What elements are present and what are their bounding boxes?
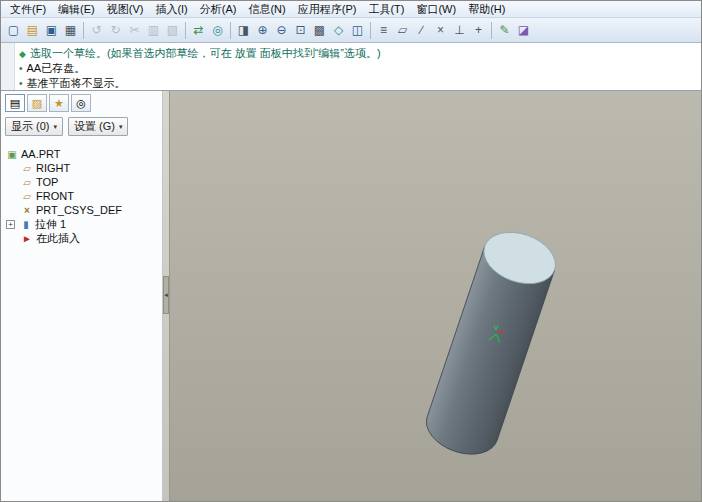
- csys-toggle-icon[interactable]: ⊥: [450, 21, 469, 40]
- cylinder-model[interactable]: [420, 223, 563, 463]
- prompt-text: 选取一个草绘。(如果首选内部草绘，可在 放置 面板中找到“编辑”选项。): [30, 46, 381, 60]
- menubar: 文件(F) 编辑(E) 视图(V) 插入(I) 分析(A) 信息(N) 应用程序…: [1, 1, 701, 18]
- menu-tools[interactable]: 工具(T): [362, 1, 410, 18]
- paste-icon[interactable]: ▧: [163, 21, 182, 40]
- regenerate-icon[interactable]: ⇄: [189, 21, 208, 40]
- undo-icon[interactable]: ↺: [87, 21, 106, 40]
- info-message: • AA已存盘。: [19, 61, 381, 76]
- show-button[interactable]: 显示 (0) ▾: [5, 117, 63, 136]
- tree-item-label: AA.PRT: [21, 148, 61, 160]
- copy-icon[interactable]: ▥: [144, 21, 163, 40]
- message-gutter: [1, 43, 15, 90]
- menu-info[interactable]: 信息(N): [242, 1, 291, 18]
- tree-item-label: 在此插入: [36, 231, 80, 246]
- prompt-icon: ◆: [19, 47, 26, 61]
- new-file-icon[interactable]: ▢: [4, 21, 23, 40]
- spin-center-toggle-icon[interactable]: +: [469, 21, 488, 40]
- extrude-icon: ▮: [20, 219, 32, 230]
- history-tab[interactable]: ◎: [71, 94, 91, 112]
- datum-plane-icon: ▱: [21, 191, 33, 202]
- tree-item-label: PRT_CSYS_DEF: [36, 204, 122, 216]
- menu-view[interactable]: 视图(V): [101, 1, 150, 18]
- menu-insert[interactable]: 插入(I): [149, 1, 193, 18]
- insert-here-icon: ►: [21, 233, 33, 244]
- info-text: 基准平面将不显示。: [27, 76, 126, 90]
- csys-icon: ×: [21, 205, 33, 216]
- prompt-message: ◆ 选取一个草绘。(如果首选内部草绘，可在 放置 面板中找到“编辑”选项。): [19, 46, 381, 61]
- repaint-icon[interactable]: ▩: [310, 21, 329, 40]
- proe-window: 文件(F) 编辑(E) 视图(V) 插入(I) 分析(A) 信息(N) 应用程序…: [0, 0, 702, 502]
- navigator-panel: ▤ ▨ ★ ◎ 显示 (0) ▾ 设置 (G) ▾ ▣ AA.PRT: [1, 91, 163, 502]
- info-message: • 基准平面将不显示。: [19, 76, 381, 90]
- expander-icon[interactable]: +: [6, 220, 15, 229]
- bullet-icon: •: [19, 62, 23, 76]
- zoom-in-icon[interactable]: ⊕: [253, 21, 272, 40]
- model-tree-tab[interactable]: ▤: [5, 94, 25, 112]
- csys-label: V: [494, 324, 499, 331]
- datum-axis-toggle-icon[interactable]: ∕: [412, 21, 431, 40]
- favorites-tab[interactable]: ★: [49, 94, 69, 112]
- message-lines: ◆ 选取一个草绘。(如果首选内部草绘，可在 放置 面板中找到“编辑”选项。) •…: [15, 43, 385, 90]
- part-icon: ▣: [6, 149, 18, 160]
- datum-plane-tool-icon[interactable]: ◪: [514, 21, 533, 40]
- tree-item-aa-prt[interactable]: ▣ AA.PRT: [6, 147, 160, 161]
- datum-plane-toggle-icon[interactable]: ▱: [393, 21, 412, 40]
- tree-item-label: TOP: [36, 176, 58, 188]
- menu-applications[interactable]: 应用程序(P): [292, 1, 363, 18]
- find-icon[interactable]: ◎: [208, 21, 227, 40]
- model-display-icon[interactable]: ◨: [234, 21, 253, 40]
- settings-button-label: 设置 (G): [74, 119, 115, 134]
- show-button-label: 显示 (0): [11, 119, 50, 134]
- save-icon[interactable]: ▣: [42, 21, 61, 40]
- collapse-panel-icon[interactable]: ◂: [163, 276, 169, 314]
- layers-icon[interactable]: ≡: [374, 21, 393, 40]
- menu-help[interactable]: 帮助(H): [462, 1, 511, 18]
- print-icon[interactable]: ▦: [61, 21, 80, 40]
- navigator-buttons: 显示 (0) ▾ 设置 (G) ▾: [1, 114, 162, 140]
- open-icon[interactable]: ▤: [23, 21, 42, 40]
- datum-point-toggle-icon[interactable]: ×: [431, 21, 450, 40]
- view-manager-icon[interactable]: ◫: [348, 21, 367, 40]
- menu-window[interactable]: 窗口(W): [410, 1, 462, 18]
- chevron-down-icon: ▾: [54, 123, 58, 131]
- tree-item-label: RIGHT: [36, 162, 70, 174]
- chevron-down-icon: ▾: [119, 123, 123, 131]
- tree-item-label: FRONT: [36, 190, 74, 202]
- datum-plane-icon: ▱: [21, 177, 33, 188]
- toolbar-separator: [230, 22, 231, 39]
- menu-analysis[interactable]: 分析(A): [194, 1, 243, 18]
- tree-item-prt-csys-def[interactable]: × PRT_CSYS_DEF: [6, 203, 160, 217]
- redo-icon[interactable]: ↻: [106, 21, 125, 40]
- viewport[interactable]: V: [170, 91, 701, 502]
- main-area: ▤ ▨ ★ ◎ 显示 (0) ▾ 设置 (G) ▾ ▣ AA.PRT: [1, 91, 701, 502]
- reorient-icon[interactable]: ◇: [329, 21, 348, 40]
- sketch-tool-icon[interactable]: ✎: [495, 21, 514, 40]
- tree-item-front[interactable]: ▱ FRONT: [6, 189, 160, 203]
- tree-item-label: 拉伸 1: [35, 217, 66, 232]
- panel-sash[interactable]: ◂: [163, 91, 170, 502]
- toolbar: ▢ ▤ ▣ ▦ ↺ ↻ ✂ ▥ ▧ ⇄ ◎ ◨ ⊕ ⊖ ⊡ ▩ ◇ ◫ ≡ ▱ …: [1, 18, 701, 43]
- toolbar-separator: [491, 22, 492, 39]
- model-tree: ▣ AA.PRT ▱ RIGHT ▱ TOP ▱ FRONT: [1, 140, 162, 502]
- refit-icon[interactable]: ⊡: [291, 21, 310, 40]
- viewport-canvas[interactable]: V: [170, 91, 701, 502]
- menu-edit[interactable]: 编辑(E): [52, 1, 101, 18]
- tree-item-right[interactable]: ▱ RIGHT: [6, 161, 160, 175]
- navigator-tabs: ▤ ▨ ★ ◎: [1, 91, 162, 114]
- folder-browser-tab[interactable]: ▨: [27, 94, 47, 112]
- datum-plane-icon: ▱: [21, 163, 33, 174]
- tree-item-insert-here[interactable]: ► 在此插入: [6, 231, 160, 245]
- bullet-icon: •: [19, 77, 23, 90]
- tree-item-extrude-1[interactable]: + ▮ 拉伸 1: [6, 217, 160, 231]
- cut-icon[interactable]: ✂: [125, 21, 144, 40]
- tree-item-top[interactable]: ▱ TOP: [6, 175, 160, 189]
- settings-button[interactable]: 设置 (G) ▾: [68, 117, 128, 136]
- menu-file[interactable]: 文件(F): [4, 1, 52, 18]
- zoom-out-icon[interactable]: ⊖: [272, 21, 291, 40]
- toolbar-separator: [370, 22, 371, 39]
- message-area: ◆ 选取一个草绘。(如果首选内部草绘，可在 放置 面板中找到“编辑”选项。) •…: [1, 43, 701, 91]
- info-text: AA已存盘。: [27, 61, 86, 75]
- toolbar-separator: [83, 22, 84, 39]
- toolbar-separator: [185, 22, 186, 39]
